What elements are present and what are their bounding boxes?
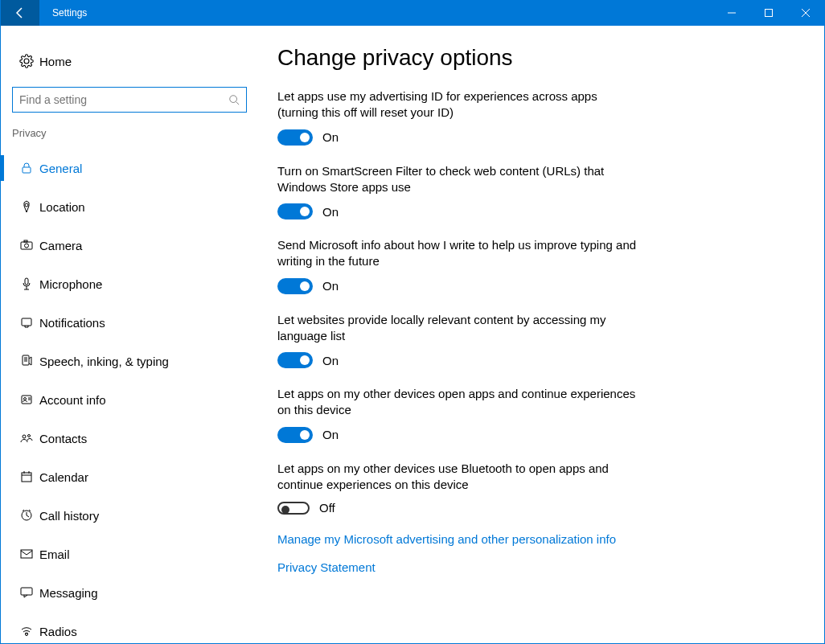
sidebar-item-general[interactable]: General (1, 149, 258, 187)
setting-block: Send Microsoft info about how I write to… (277, 237, 792, 294)
svg-line-5 (236, 102, 240, 105)
sidebar-item-label: Account info (39, 393, 106, 407)
setting-description: Let apps use my advertising ID for exper… (277, 88, 639, 121)
maximize-button[interactable] (750, 0, 787, 26)
toggle-switch[interactable] (277, 352, 313, 368)
toggle-switch[interactable] (277, 427, 313, 443)
close-button[interactable] (787, 0, 824, 26)
link[interactable]: Manage my Microsoft advertising and othe… (277, 532, 792, 546)
messaging-icon (14, 586, 39, 599)
sidebar-item-account-info[interactable]: Account info (1, 380, 258, 419)
svg-point-9 (25, 244, 29, 248)
sidebar-item-email[interactable]: Email (1, 535, 258, 573)
svg-point-7 (25, 203, 28, 207)
back-button[interactable] (1, 0, 39, 26)
setting-description: Let apps on my other devices open apps a… (277, 386, 639, 419)
link[interactable]: Privacy Statement (277, 560, 792, 574)
svg-rect-13 (23, 355, 29, 365)
svg-rect-10 (24, 240, 27, 242)
section-label: Privacy (1, 127, 258, 139)
account-icon (14, 393, 39, 406)
toggle-state-label: On (322, 428, 339, 441)
sidebar-item-speech-inking-typing[interactable]: Speech, inking, & typing (1, 342, 258, 380)
main-content: Change privacy options Let apps use my a… (258, 26, 824, 644)
lock-icon (14, 162, 39, 174)
toggle-state-label: On (322, 130, 339, 144)
svg-rect-11 (25, 278, 28, 285)
toggle-state-label: On (322, 205, 339, 219)
sidebar-item-notifications[interactable]: Notifications (1, 303, 258, 342)
svg-point-18 (24, 398, 27, 400)
minimize-button[interactable] (713, 0, 750, 26)
contacts-icon (14, 432, 39, 445)
sidebar-item-label: General (39, 162, 82, 175)
gear-icon (14, 54, 39, 68)
setting-description: Let apps on my other devices use Bluetoo… (277, 461, 639, 494)
sidebar-item-microphone[interactable]: Microphone (1, 265, 258, 303)
svg-rect-28 (21, 550, 32, 558)
sidebar-item-label: Location (39, 200, 85, 214)
email-icon (14, 548, 39, 560)
setting-block: Let apps on my other devices use Bluetoo… (277, 461, 792, 515)
sidebar-item-label: Calendar (39, 470, 88, 484)
toggle-switch[interactable] (277, 129, 313, 146)
svg-point-4 (230, 96, 237, 103)
sidebar-item-label: Speech, inking, & typing (39, 355, 169, 368)
sidebar-item-label: Notifications (39, 316, 105, 330)
svg-rect-23 (22, 473, 31, 482)
toggle-state-label: On (322, 354, 339, 367)
sidebar-item-messaging[interactable]: Messaging (1, 573, 258, 612)
sidebar-item-radios[interactable]: Radios (1, 612, 258, 644)
camera-icon (14, 239, 39, 252)
sidebar-item-label: Contacts (39, 432, 87, 445)
svg-rect-1 (765, 10, 773, 17)
calendar-icon (14, 470, 39, 483)
toggle-state-label: Off (319, 501, 335, 515)
home-button[interactable]: Home (1, 42, 258, 80)
setting-block: Turn on SmartScreen Filter to check web … (277, 163, 792, 220)
toggle-switch[interactable] (277, 278, 313, 294)
titlebar: Settings (1, 0, 824, 26)
svg-rect-29 (21, 588, 32, 595)
setting-description: Let websites provide locally relevant co… (277, 312, 639, 345)
microphone-icon (14, 277, 39, 290)
sidebar-item-label: Microphone (39, 277, 102, 291)
radios-icon (14, 625, 39, 638)
sidebar-item-contacts[interactable]: Contacts (1, 419, 258, 457)
setting-block: Let apps use my advertising ID for exper… (277, 88, 792, 146)
svg-point-21 (23, 435, 26, 438)
toggle-state-label: On (322, 279, 339, 293)
window-title: Settings (39, 7, 713, 18)
toggle-switch[interactable] (277, 203, 313, 219)
home-label: Home (39, 55, 72, 68)
notifications-icon (14, 316, 39, 329)
svg-rect-8 (21, 242, 32, 249)
search-placeholder: Find a setting (19, 93, 87, 106)
svg-point-22 (28, 435, 31, 437)
setting-description: Send Microsoft info about how I write to… (277, 237, 639, 270)
sidebar-item-location[interactable]: Location (1, 187, 258, 226)
page-title: Change privacy options (277, 45, 792, 71)
sidebar-item-call-history[interactable]: Call history (1, 496, 258, 535)
sidebar-item-label: Call history (39, 509, 99, 523)
sidebar-item-label: Radios (39, 625, 77, 638)
location-icon (14, 200, 39, 213)
setting-block: Let apps on my other devices open apps a… (277, 386, 792, 443)
setting-block: Let websites provide locally relevant co… (277, 312, 792, 369)
search-icon (228, 94, 240, 105)
sidebar-item-label: Messaging (39, 586, 98, 600)
sidebar-item-calendar[interactable]: Calendar (1, 457, 258, 496)
svg-rect-12 (22, 318, 31, 326)
sidebar-item-label: Camera (39, 239, 82, 252)
svg-point-30 (26, 634, 28, 636)
toggle-switch[interactable] (277, 502, 310, 515)
callhistory-icon (14, 509, 39, 522)
setting-description: Turn on SmartScreen Filter to check web … (277, 163, 639, 196)
sidebar-item-camera[interactable]: Camera (1, 226, 258, 265)
search-input[interactable]: Find a setting (12, 87, 247, 113)
sidebar: Home Find a setting Privacy GeneralLocat… (1, 26, 258, 644)
svg-rect-6 (23, 167, 31, 173)
sidebar-item-label: Email (39, 548, 70, 561)
speech-icon (14, 355, 39, 367)
